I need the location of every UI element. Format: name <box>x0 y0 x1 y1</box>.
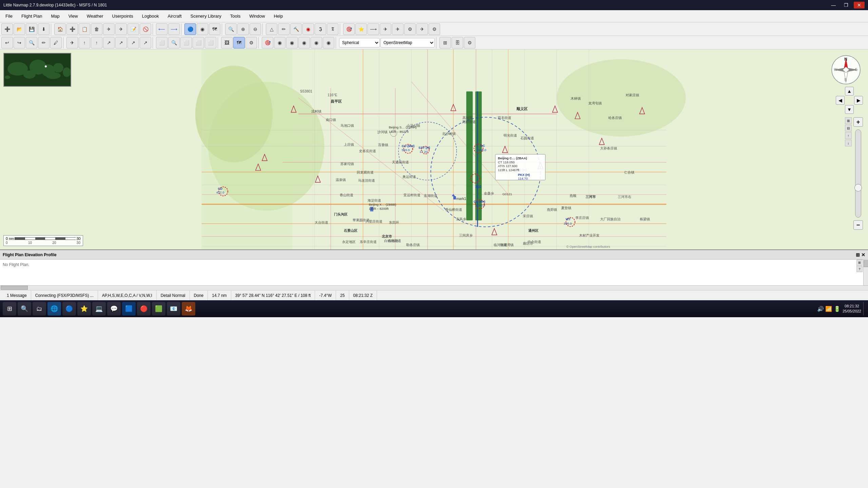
tb-delete-waypoint[interactable]: 🗑 <box>91 23 102 35</box>
tb-up5[interactable]: ↗ <box>115 37 127 48</box>
elevation-scrollbar-h[interactable] <box>0 285 868 290</box>
pan-right-button[interactable]: ▶ <box>854 96 863 105</box>
zoom-in-button[interactable]: + <box>853 117 863 127</box>
tb-new[interactable]: ➕ <box>1 23 13 35</box>
tb-settings2[interactable]: ⚙ <box>429 23 440 35</box>
tb-fit-rect[interactable]: ⬜ <box>193 37 204 48</box>
tb-save[interactable]: 💾 <box>26 23 37 35</box>
elev-side-btn-2[interactable]: ? <box>856 266 863 272</box>
map-source-select[interactable]: OpenStreetMap OpenTopoMap Stamen Terrain <box>380 38 435 47</box>
tb-edit[interactable]: ✏ <box>38 37 50 48</box>
tb-move-up[interactable]: ✈ <box>103 23 115 35</box>
menu-aircraft[interactable]: Aircraft <box>164 12 186 20</box>
tb-add-waypoint[interactable]: ➕ <box>66 23 78 35</box>
tb-db[interactable]: 🗄 <box>452 37 463 48</box>
tb-goto-start[interactable]: ⟵ <box>156 23 167 35</box>
menu-flightplan[interactable]: Flight Plan <box>17 12 46 20</box>
maximize-button[interactable]: ❐ <box>841 2 851 8</box>
taskbar-app2[interactable]: 🔴 <box>137 302 151 316</box>
menu-view[interactable]: View <box>64 12 82 20</box>
tb-circle6[interactable]: ◉ <box>323 37 334 48</box>
tb-calc[interactable]: 📝 <box>127 23 139 35</box>
menu-map[interactable]: Map <box>47 12 63 20</box>
menu-help[interactable]: Help <box>270 12 287 20</box>
tb-pen[interactable]: 🖊 <box>50 37 62 48</box>
tb-fit-all[interactable]: 🔍 <box>168 37 180 48</box>
map-container[interactable]: S53801 116°E 流村镇 马池口镇 昌平区 南口镇 沙河镇 小汤山镇 北… <box>0 49 868 249</box>
elevation-scroll-thumb-v[interactable] <box>864 260 868 267</box>
elevation-scroll-thumb-h[interactable] <box>1 286 28 290</box>
tb-fullscreen[interactable]: ⬜ <box>156 37 167 48</box>
elevation-close-button[interactable]: ✕ <box>861 252 865 258</box>
pan-up-button[interactable]: ▲ <box>845 87 854 96</box>
tb-add-alternate[interactable]: 📋 <box>79 23 90 35</box>
tb-up6[interactable]: ↗ <box>127 37 139 48</box>
tb-mode1[interactable]: ⬜ <box>205 37 216 48</box>
side-btn-2[interactable]: ⊟ <box>845 125 852 131</box>
tb-aircraft-icon[interactable]: 🏠 <box>54 23 66 35</box>
tb-up3[interactable]: ↑ <box>91 37 102 48</box>
tb-map-theme[interactable]: 🔵 <box>184 23 196 35</box>
tb-multiplayer[interactable]: ⚙ <box>404 23 416 35</box>
zoom-out-button[interactable]: − <box>853 220 863 230</box>
show-desktop[interactable] <box>863 302 865 316</box>
menu-logbook[interactable]: Logbook <box>138 12 163 20</box>
taskbar-edge[interactable]: 🌐 <box>47 302 61 316</box>
close-button[interactable]: ✕ <box>854 2 865 8</box>
tb-zoom-fit[interactable]: 🔍 <box>225 23 237 35</box>
tb-map-settings[interactable]: ⊞ <box>439 37 451 48</box>
tb-circle1[interactable]: 🎯 <box>262 37 273 48</box>
tb-circle5[interactable]: ◉ <box>311 37 322 48</box>
tb-t[interactable]: 𝕿 <box>327 23 338 35</box>
tb-zoom-sel[interactable]: 🔍 <box>26 37 37 48</box>
projection-select[interactable]: Spherical Mercator <box>339 38 380 47</box>
menu-userpoints[interactable]: Userpoints <box>108 12 137 20</box>
tb-save-as[interactable]: ⬇ <box>38 23 50 35</box>
minimize-button[interactable]: — <box>828 2 839 8</box>
tb-circle4[interactable]: ◉ <box>298 37 310 48</box>
side-btn-1[interactable]: ⊞ <box>845 117 852 124</box>
zoom-slider-track[interactable] <box>855 129 861 218</box>
tb-move-down[interactable]: ✈ <box>115 23 127 35</box>
taskbar-files[interactable]: 🗂 <box>33 302 46 316</box>
tb-redo[interactable]: ↪ <box>14 37 25 48</box>
tb-labels[interactable]: ✈ <box>416 23 428 35</box>
tb-airspace[interactable]: ⟶ <box>368 23 379 35</box>
taskbar-app4[interactable]: 📧 <box>167 302 180 316</box>
taskbar-terminal[interactable]: 💻 <box>92 302 106 316</box>
pan-down-button[interactable]: ▼ <box>845 105 854 114</box>
tb-cfg[interactable]: ⚙ <box>245 37 257 48</box>
tb-up2[interactable]: ↑ <box>79 37 90 48</box>
elevation-float-button[interactable]: ⊞ <box>856 252 860 258</box>
tb-up7[interactable]: ↗ <box>140 37 151 48</box>
tb-up1[interactable]: ✈ <box>66 37 78 48</box>
taskbar-app1[interactable]: 🟦 <box>122 302 136 316</box>
tb-sun[interactable]: 𝕵 <box>315 23 326 35</box>
pan-left-button[interactable]: ◀ <box>836 96 845 105</box>
tb-map-detail2[interactable]: 🗺 <box>209 23 220 35</box>
tb-sim-aircraft[interactable]: ✈ <box>380 23 391 35</box>
tb-photo[interactable]: 🖼 <box>221 37 233 48</box>
taskbar-chrome[interactable]: 🔵 <box>62 302 76 316</box>
tb-range-rings[interactable]: ✏ <box>278 23 290 35</box>
tb-up4[interactable]: ↗ <box>103 37 115 48</box>
tb-map-active[interactable]: 🗺 <box>233 37 245 48</box>
taskbar-start[interactable]: ⊞ <box>3 302 16 316</box>
zoom-slider-thumb[interactable] <box>854 184 862 191</box>
elevation-scrollbar-v[interactable] <box>863 260 868 285</box>
menu-weather[interactable]: Weather <box>83 12 107 20</box>
tb-waypoint[interactable]: ⭐ <box>355 23 367 35</box>
tb-zoom-out[interactable]: ⊖ <box>250 23 261 35</box>
taskbar-app3[interactable]: 🟩 <box>152 302 165 316</box>
menu-scenery[interactable]: Scenery Library <box>186 12 225 20</box>
tb-ai-aircraft[interactable]: ✈ <box>392 23 403 35</box>
taskbar-search[interactable]: 🔍 <box>18 302 31 316</box>
side-btn-3[interactable]: ↑ <box>845 132 852 139</box>
menu-tools[interactable]: Tools <box>226 12 244 20</box>
tb-goto-dest[interactable]: ⟶ <box>168 23 180 35</box>
tb-zoom-in[interactable]: ⊕ <box>237 23 249 35</box>
tb-navaids[interactable]: 🎯 <box>343 23 355 35</box>
side-btn-4[interactable]: ↓ <box>845 140 852 146</box>
taskbar-app5[interactable]: 🦊 <box>182 302 195 316</box>
tb-reverse[interactable]: 🚫 <box>140 23 151 35</box>
